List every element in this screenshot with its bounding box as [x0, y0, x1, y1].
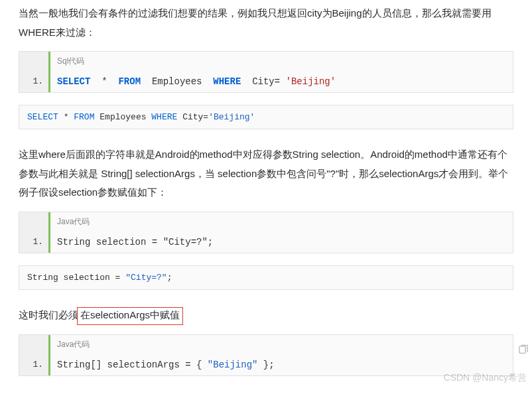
tok-table: Employees	[152, 76, 202, 87]
highlight-box: 在selectionArgs中赋值	[77, 307, 183, 325]
article-body: 当然一般地我们会有条件的过滤我们想要的结果，例如我只想返回city为Beijin…	[0, 0, 532, 385]
paragraph-2: 这里where后面跟的字符串就是Android的method中对应得参数Stri…	[19, 145, 513, 202]
tok-lit: 'Beijing'	[208, 112, 255, 122]
tok-after: };	[257, 360, 274, 370]
tok-table: Employees	[100, 112, 146, 122]
gutter-spacer	[19, 335, 48, 354]
tok-star: *	[64, 112, 69, 122]
code-block-java1-titled: Java代码 1. String selection = "City=?";	[19, 212, 513, 253]
paragraph-1: 当然一般地我们会有条件的过滤我们想要的结果，例如我只想返回city为Beijin…	[19, 4, 513, 42]
code-block-sql-titled: Sql代码 1. SELECT * FROM Employees WHERE C…	[19, 51, 513, 93]
tok-coleq: City=	[182, 112, 208, 122]
gutter-spacer	[19, 52, 48, 71]
kw-where: WHERE	[151, 112, 177, 122]
tok-before: String selection =	[27, 273, 125, 283]
tok-coleq: City=	[252, 76, 280, 87]
kw-from: FROM	[118, 76, 141, 87]
tok-lit: 'Beijing'	[286, 76, 336, 87]
code-content[interactable]: String selection = "City=?";	[48, 232, 513, 253]
tok-after: ;	[208, 237, 213, 247]
line-number: 1.	[19, 71, 48, 92]
kw-where: WHERE	[213, 76, 241, 87]
code-block-java2-titled: Java代码 1. String[] selectionArgs = { "Be…	[19, 334, 513, 376]
code-lang-label: Sql代码	[48, 52, 513, 71]
tok-star: *	[101, 76, 107, 87]
p3-before: 这时我们必须	[19, 309, 78, 320]
action-icon[interactable]	[517, 344, 529, 356]
line-number: 1.	[19, 354, 48, 375]
kw-select: SELECT	[57, 76, 90, 87]
tok-after: ;	[167, 273, 172, 283]
tok-before: String[] selectionArgs = {	[57, 360, 208, 370]
gutter-spacer	[19, 212, 48, 232]
line-number: 1.	[19, 232, 48, 253]
paragraph-3: 这时我们必须在selectionArgs中赋值	[19, 306, 513, 325]
code-block-java1-plain[interactable]: String selection = "City=?";	[19, 265, 513, 290]
kw-from: FROM	[74, 112, 94, 122]
tok-str: "Beijing"	[208, 360, 258, 370]
code-content[interactable]: String[] selectionArgs = { "Beijing" };	[48, 354, 513, 375]
tok-before: String selection =	[57, 237, 163, 247]
tok-str: "City=?"	[125, 273, 166, 283]
code-lang-label: Java代码	[48, 335, 513, 354]
kw-select: SELECT	[27, 112, 58, 122]
svg-rect-0	[519, 346, 525, 354]
code-lang-label: Java代码	[48, 212, 513, 232]
code-content[interactable]: SELECT * FROM Employees WHERE City= 'Bei…	[48, 71, 513, 92]
code-block-sql-plain[interactable]: SELECT * FROM Employees WHERE City='Beij…	[19, 105, 513, 129]
tok-str: "City=?"	[163, 237, 208, 247]
